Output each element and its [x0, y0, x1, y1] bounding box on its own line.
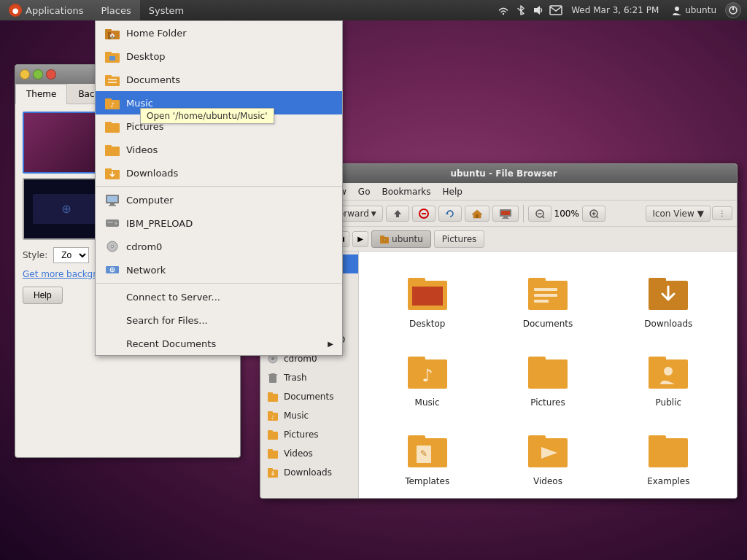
connect-server-icon: [104, 289, 120, 305]
system-menu-btn[interactable]: System: [140, 0, 193, 20]
menu-go[interactable]: Go: [352, 185, 376, 198]
breadcrumb-pictures[interactable]: Pictures: [434, 230, 485, 248]
maximize-button[interactable]: [33, 69, 43, 79]
refresh-button[interactable]: [438, 206, 462, 222]
filebrowser-title: ubuntu - File Browser: [301, 168, 706, 179]
menu-item-pictures[interactable]: Pictures: [96, 114, 342, 138]
menu-item-computer[interactable]: Computer: [96, 188, 342, 211]
file-item-templates[interactable]: ✎ Templates: [371, 421, 484, 492]
sidebar-label: Downloads: [284, 467, 332, 478]
menu-item-desktop[interactable]: Desktop: [96, 44, 342, 68]
taskbar-datetime: Wed Mar 3, 6:21 PM: [567, 5, 663, 15]
menu-separator-2: [96, 283, 342, 284]
menu-item-documents[interactable]: Documents: [96, 68, 342, 91]
videos-folder-icon: [104, 141, 120, 158]
file-item-pictures[interactable]: Pictures: [491, 342, 604, 413]
menu-bookmarks[interactable]: Bookmarks: [376, 185, 436, 198]
file-label: Public: [656, 397, 682, 408]
sidebar-item-videos[interactable]: Videos: [260, 444, 358, 463]
user-icon: [672, 5, 682, 15]
svg-point-111: [664, 367, 673, 376]
mail-icon[interactable]: [549, 4, 562, 17]
menu-item-search-files[interactable]: Search for Files...: [96, 308, 342, 332]
svg-rect-117: [528, 435, 546, 443]
sidebar-label: Documents: [284, 392, 333, 402]
view-extra-button[interactable]: ⋮: [712, 206, 732, 220]
applications-menu[interactable]: ● Applications: [0, 0, 92, 20]
sidebar-item-documents[interactable]: Documents: [260, 387, 358, 406]
file-item-desktop[interactable]: Desktop: [371, 263, 484, 335]
menu-label: Desktop: [126, 51, 166, 62]
menu-label: Music: [126, 98, 153, 109]
sidebar-item-downloads[interactable]: Downloads: [260, 463, 358, 482]
file-item-videos[interactable]: Videos: [491, 421, 604, 492]
menu-help[interactable]: Help: [437, 185, 468, 198]
zoom-out-button[interactable]: [528, 206, 551, 222]
menu-item-music[interactable]: ♪ Music: [96, 91, 342, 114]
view-selector: Icon View ▼ ⋮: [646, 206, 732, 222]
svg-rect-113: [408, 435, 425, 443]
menu-item-home-folder[interactable]: 🏠 Home Folder: [96, 21, 342, 44]
breadcrumb-forward-btn[interactable]: ▶: [352, 231, 368, 247]
style-dropdown[interactable]: Zo: [53, 247, 89, 263]
up-button[interactable]: [386, 206, 409, 222]
volume-icon[interactable]: [532, 4, 545, 17]
svg-rect-14: [105, 75, 112, 79]
menu-item-connect-server[interactable]: Connect to Server...: [96, 285, 342, 308]
menu-item-recent-documents[interactable]: Recent Documents ▶: [96, 332, 342, 355]
svg-rect-99: [534, 288, 557, 291]
places-menu-btn[interactable]: Places: [92, 0, 139, 20]
menu-item-cdrom[interactable]: cdrom0: [96, 235, 342, 258]
view-mode-arrow-icon: ▼: [697, 209, 704, 219]
svg-point-3: [675, 7, 679, 11]
zoom-level: 100%: [554, 209, 580, 219]
svg-text:🏠: 🏠: [109, 31, 116, 39]
refresh-icon: [445, 209, 455, 219]
breadcrumb-ubuntu[interactable]: ubuntu: [371, 230, 431, 248]
file-label: Documents: [523, 319, 573, 329]
svg-rect-108: [528, 357, 546, 364]
file-label: Downloads: [644, 319, 692, 329]
sidebar-item-pictures[interactable]: Pictures: [260, 425, 358, 444]
file-item-music[interactable]: ♪ Music: [371, 342, 484, 413]
help-button[interactable]: Help: [23, 287, 63, 304]
computer-button[interactable]: [492, 206, 519, 222]
places-label: Places: [101, 5, 131, 16]
power-button[interactable]: [725, 2, 741, 18]
sidebar-item-music[interactable]: ♪ Music: [260, 406, 358, 425]
svg-marker-1: [534, 6, 540, 15]
file-label: Videos: [533, 476, 562, 486]
tab-theme[interactable]: Theme: [15, 84, 67, 104]
file-item-downloads[interactable]: Downloads: [612, 263, 725, 335]
minimize-button[interactable]: [20, 69, 30, 79]
computer-icon: [104, 192, 120, 208]
menu-item-network[interactable]: Network: [96, 258, 342, 281]
file-label: Templates: [405, 476, 449, 486]
file-item-documents[interactable]: Documents: [491, 263, 604, 335]
menu-item-ibm-preload[interactable]: IBM_PRELOAD: [96, 211, 342, 235]
sidebar-item-trash[interactable]: Trash: [260, 368, 358, 387]
view-mode-dropdown[interactable]: Icon View ▼: [646, 206, 711, 222]
menu-label: Recent Documents: [126, 338, 216, 349]
file-grid: Desktop Documents: [359, 252, 737, 498]
stop-button[interactable]: [412, 206, 436, 222]
home-button[interactable]: [465, 206, 489, 222]
close-button[interactable]: [46, 69, 56, 79]
up-arrow-icon: [392, 209, 403, 219]
file-item-public[interactable]: Public: [612, 342, 725, 413]
sidebar-pictures-icon: [266, 428, 279, 441]
submenu-arrow-icon: ▶: [328, 340, 333, 348]
computer-view-icon: [499, 209, 512, 219]
file-item-examples[interactable]: Examples: [612, 421, 725, 492]
zoom-in-button[interactable]: [582, 206, 605, 222]
music-file-icon: ♪: [404, 348, 451, 394]
extra-view-icon: ⋮: [719, 209, 726, 217]
breadcrumb-pictures-label: Pictures: [442, 234, 477, 244]
svg-point-79: [271, 357, 274, 360]
taskbar-user[interactable]: ubuntu: [667, 5, 721, 15]
sidebar-downloads-icon: [266, 466, 279, 479]
svg-text:♪: ♪: [422, 365, 433, 386]
menu-item-videos[interactable]: Videos: [96, 138, 342, 161]
forward-dropdown-icon: ▼: [371, 210, 376, 217]
menu-item-downloads[interactable]: Downloads: [96, 161, 342, 184]
